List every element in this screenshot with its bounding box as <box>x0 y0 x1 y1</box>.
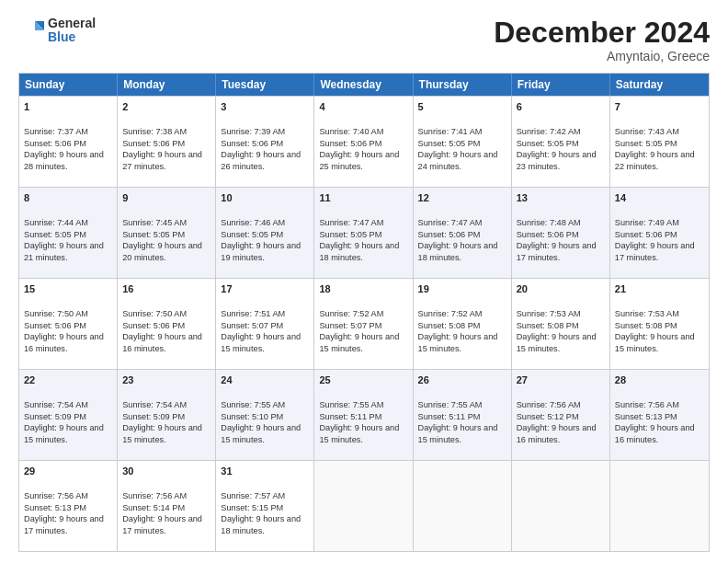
calendar-cell: 15Sunrise: 7:50 AMSunset: 5:06 PMDayligh… <box>19 279 118 369</box>
header: General Blue December 2024 Amyntaio, Gre… <box>18 17 710 63</box>
day-number: 15 <box>24 282 112 296</box>
calendar-cell: 27Sunrise: 7:56 AMSunset: 5:12 PMDayligh… <box>512 370 610 460</box>
calendar-cell: 24Sunrise: 7:55 AMSunset: 5:10 PMDayligh… <box>216 370 314 460</box>
sunset-text: Sunset: 5:14 PM <box>122 503 185 512</box>
daylight-text: Daylight: 9 hours and 17 minutes. <box>122 514 202 534</box>
calendar-cell: 9Sunrise: 7:45 AMSunset: 5:05 PMDaylight… <box>118 188 216 278</box>
sunrise-text: Sunrise: 7:50 AM <box>122 309 187 318</box>
sunrise-text: Sunrise: 7:44 AM <box>24 218 88 227</box>
sunrise-text: Sunrise: 7:55 AM <box>418 400 483 409</box>
daylight-text: Daylight: 9 hours and 15 minutes. <box>221 423 301 443</box>
sunrise-text: Sunrise: 7:51 AM <box>221 309 285 318</box>
day-number: 24 <box>221 373 309 387</box>
calendar-cell: 4Sunrise: 7:40 AMSunset: 5:06 PMDaylight… <box>314 97 413 187</box>
day-number: 13 <box>517 191 605 205</box>
day-number: 30 <box>122 465 210 478</box>
calendar-cell: 1Sunrise: 7:37 AMSunset: 5:06 PMDaylight… <box>19 97 118 187</box>
day-number: 2 <box>122 100 210 114</box>
calendar-day-header: Saturday <box>610 74 709 96</box>
sunset-text: Sunset: 5:05 PM <box>221 230 283 239</box>
calendar-cell: 17Sunrise: 7:51 AMSunset: 5:07 PMDayligh… <box>216 279 314 369</box>
day-number: 21 <box>615 282 704 296</box>
daylight-text: Daylight: 9 hours and 28 minutes. <box>24 150 104 170</box>
day-number: 1 <box>24 100 112 114</box>
page: General Blue December 2024 Amyntaio, Gre… <box>0 0 728 563</box>
logo-general: General <box>48 17 96 30</box>
sunrise-text: Sunrise: 7:54 AM <box>24 400 88 409</box>
sunrise-text: Sunrise: 7:55 AM <box>319 400 383 409</box>
sunset-text: Sunset: 5:07 PM <box>319 321 381 330</box>
calendar-cell <box>414 461 512 551</box>
daylight-text: Daylight: 9 hours and 17 minutes. <box>517 241 597 261</box>
daylight-text: Daylight: 9 hours and 25 minutes. <box>319 150 399 170</box>
sunset-text: Sunset: 5:05 PM <box>24 230 86 239</box>
daylight-text: Daylight: 9 hours and 19 minutes. <box>221 241 301 261</box>
day-number: 18 <box>319 282 407 296</box>
day-number: 20 <box>517 282 605 296</box>
calendar-cell <box>314 461 413 551</box>
calendar-cell: 10Sunrise: 7:46 AMSunset: 5:05 PMDayligh… <box>216 188 314 278</box>
calendar-cell <box>512 461 610 551</box>
calendar-day-header: Wednesday <box>314 74 413 96</box>
calendar-cell: 23Sunrise: 7:54 AMSunset: 5:09 PMDayligh… <box>118 370 216 460</box>
calendar-cell: 2Sunrise: 7:38 AMSunset: 5:06 PMDaylight… <box>118 97 216 187</box>
daylight-text: Daylight: 9 hours and 15 minutes. <box>517 332 597 352</box>
day-number: 27 <box>517 373 605 387</box>
day-number: 5 <box>418 100 506 114</box>
daylight-text: Daylight: 9 hours and 18 minutes. <box>418 241 498 261</box>
sunset-text: Sunset: 5:08 PM <box>615 321 677 330</box>
calendar-cell: 20Sunrise: 7:53 AMSunset: 5:08 PMDayligh… <box>512 279 610 369</box>
title-block: December 2024 Amyntaio, Greece <box>494 17 710 63</box>
sunset-text: Sunset: 5:09 PM <box>24 412 86 421</box>
day-number: 10 <box>221 191 309 205</box>
daylight-text: Daylight: 9 hours and 15 minutes. <box>319 332 399 352</box>
sunrise-text: Sunrise: 7:53 AM <box>615 309 679 318</box>
sunset-text: Sunset: 5:05 PM <box>615 139 677 148</box>
day-number: 17 <box>221 282 309 296</box>
daylight-text: Daylight: 9 hours and 20 minutes. <box>122 241 202 261</box>
daylight-text: Daylight: 9 hours and 21 minutes. <box>24 241 104 261</box>
day-number: 25 <box>319 373 407 387</box>
calendar-row: 29Sunrise: 7:56 AMSunset: 5:13 PMDayligh… <box>19 460 709 551</box>
sunset-text: Sunset: 5:06 PM <box>221 139 283 148</box>
day-number: 11 <box>319 191 407 205</box>
calendar-cell: 31Sunrise: 7:57 AMSunset: 5:15 PMDayligh… <box>216 461 314 551</box>
sunset-text: Sunset: 5:15 PM <box>221 503 283 512</box>
sunset-text: Sunset: 5:13 PM <box>615 412 677 421</box>
logo-blue: Blue <box>48 30 96 44</box>
sunrise-text: Sunrise: 7:46 AM <box>221 218 285 227</box>
sunrise-text: Sunrise: 7:57 AM <box>221 491 285 500</box>
day-number: 12 <box>418 191 506 205</box>
day-number: 31 <box>221 465 309 478</box>
subtitle: Amyntaio, Greece <box>494 49 710 63</box>
logo-text: General Blue <box>48 17 96 45</box>
daylight-text: Daylight: 9 hours and 15 minutes. <box>418 423 498 443</box>
sunset-text: Sunset: 5:09 PM <box>122 412 185 421</box>
sunrise-text: Sunrise: 7:52 AM <box>418 309 483 318</box>
calendar-day-header: Monday <box>118 74 216 96</box>
calendar-cell: 29Sunrise: 7:56 AMSunset: 5:13 PMDayligh… <box>19 461 118 551</box>
sunrise-text: Sunrise: 7:56 AM <box>517 400 581 409</box>
day-number: 4 <box>319 100 407 114</box>
daylight-text: Daylight: 9 hours and 16 minutes. <box>615 423 695 443</box>
sunrise-text: Sunrise: 7:41 AM <box>418 127 483 136</box>
daylight-text: Daylight: 9 hours and 18 minutes. <box>319 241 399 261</box>
sunset-text: Sunset: 5:06 PM <box>24 321 86 330</box>
sunrise-text: Sunrise: 7:45 AM <box>122 218 187 227</box>
daylight-text: Daylight: 9 hours and 15 minutes. <box>319 423 399 443</box>
daylight-text: Daylight: 9 hours and 18 minutes. <box>221 514 301 534</box>
sunrise-text: Sunrise: 7:53 AM <box>517 309 581 318</box>
day-number: 19 <box>418 282 506 296</box>
calendar-cell: 3Sunrise: 7:39 AMSunset: 5:06 PMDaylight… <box>216 97 314 187</box>
daylight-text: Daylight: 9 hours and 23 minutes. <box>517 150 597 170</box>
calendar-cell: 13Sunrise: 7:48 AMSunset: 5:06 PMDayligh… <box>512 188 610 278</box>
sunrise-text: Sunrise: 7:56 AM <box>122 491 187 500</box>
sunset-text: Sunset: 5:06 PM <box>122 139 185 148</box>
calendar-cell: 14Sunrise: 7:49 AMSunset: 5:06 PMDayligh… <box>610 188 709 278</box>
sunset-text: Sunset: 5:07 PM <box>221 321 283 330</box>
calendar-header: SundayMondayTuesdayWednesdayThursdayFrid… <box>19 74 709 96</box>
daylight-text: Daylight: 9 hours and 17 minutes. <box>24 514 104 534</box>
sunrise-text: Sunrise: 7:47 AM <box>418 218 483 227</box>
calendar-day-header: Sunday <box>19 74 118 96</box>
day-number: 8 <box>24 191 112 205</box>
